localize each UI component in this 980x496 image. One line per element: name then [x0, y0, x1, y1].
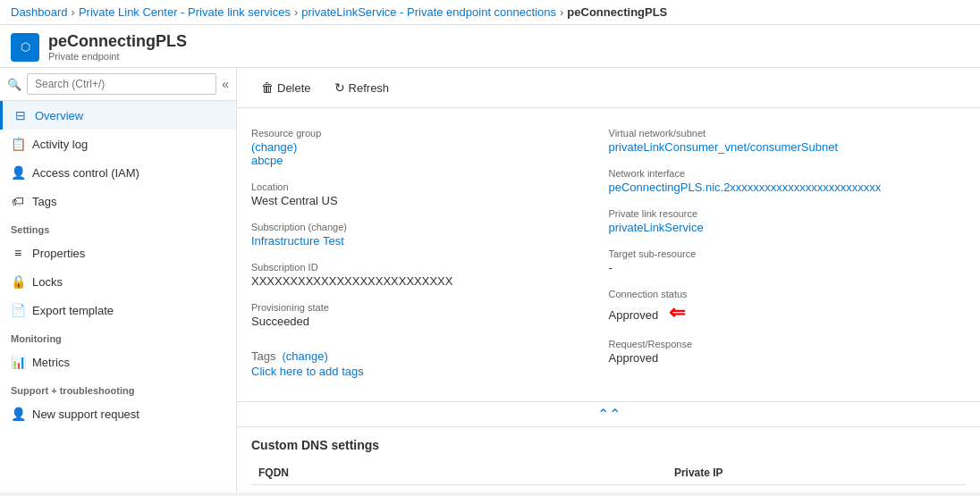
subscription-label: Subscription (change) — [251, 222, 595, 232]
resource-icon-symbol: ⬡ — [21, 40, 30, 54]
content-area: 🗑 Delete ↻ Refresh Resource group (chang… — [237, 68, 980, 492]
breadcrumb: Dashboard › Private Link Center - Privat… — [0, 0, 980, 25]
tags-change-link[interactable]: (change) — [283, 349, 328, 363]
breadcrumb-dashboard[interactable]: Dashboard — [11, 5, 68, 19]
sidebar-item-access-control-label: Access control (IAM) — [32, 166, 139, 180]
sidebar-item-properties[interactable]: ≡ Properties — [0, 239, 236, 267]
sidebar-item-metrics[interactable]: 📊 Metrics — [0, 348, 236, 376]
sidebar-item-locks-label: Locks — [32, 275, 63, 289]
refresh-button[interactable]: ↻ Refresh — [325, 75, 400, 100]
sidebar: 🔍 « ⊟ Overview 📋 Activity log 👤 Access c… — [0, 68, 237, 492]
resource-group-value: (change) abcpe — [251, 140, 595, 167]
sidebar-item-support-label: New support request — [32, 408, 139, 421]
nic-label: Network interface — [609, 168, 952, 179]
toolbar: 🗑 Delete ↻ Refresh — [237, 68, 980, 108]
private-ip-col-header: Private IP — [667, 461, 966, 485]
access-control-icon: 👤 — [11, 165, 25, 180]
sidebar-item-access-control[interactable]: 👤 Access control (IAM) — [0, 158, 236, 187]
detail-resource-group: Resource group (change) abcpe Location W… — [251, 122, 609, 387]
red-arrow-annotation: ⇐ — [669, 301, 685, 324]
tags-icon: 🏷 — [11, 194, 25, 208]
fqdn-col-header: FQDN — [251, 461, 667, 485]
locks-icon: 🔒 — [11, 274, 25, 289]
subscription-id-value: XXXXXXXXXXXXXXXXXXXXXXXXXX — [251, 274, 595, 288]
settings-section-title: Settings — [0, 215, 236, 239]
resource-group-label: Resource group — [251, 128, 595, 139]
plr-link[interactable]: privateLinkService — [609, 221, 704, 234]
search-icon: 🔍 — [7, 78, 21, 91]
location-label: Location — [251, 181, 595, 192]
sidebar-item-overview[interactable]: ⊟ Overview — [0, 101, 236, 130]
conn-status-value: Approved ⇐ — [609, 301, 952, 324]
sidebar-item-metrics-label: Metrics — [32, 356, 70, 369]
sidebar-item-tags-label: Tags — [32, 195, 56, 208]
sidebar-item-overview-label: Overview — [35, 109, 83, 122]
tags-label: Tags (change) — [251, 349, 595, 363]
collapse-section-button[interactable]: ⌃⌃ — [237, 401, 980, 427]
refresh-icon: ↻ — [334, 80, 345, 95]
breadcrumb-private-link[interactable]: Private Link Center - Private link servi… — [79, 5, 291, 19]
refresh-label: Refresh — [349, 81, 390, 95]
sidebar-item-tags[interactable]: 🏷 Tags — [0, 187, 236, 215]
fqdn-cell: Not applicable — [251, 485, 667, 493]
breadcrumb-current: peConnectingPLS — [567, 5, 667, 19]
provisioning-value: Succeeded — [251, 315, 595, 328]
private-ip-cell: 10.0.3.5 — [667, 485, 966, 493]
monitoring-section-title: Monitoring — [0, 324, 236, 348]
sidebar-item-export-template[interactable]: 📄 Export template — [0, 296, 236, 324]
support-section-title: Support + troubleshooting — [0, 376, 236, 399]
dns-section: Custom DNS settings FQDN Private IP Not … — [237, 427, 980, 492]
support-icon: 👤 — [11, 407, 25, 421]
collapse-sidebar-button[interactable]: « — [222, 77, 229, 91]
plr-value: privateLinkService — [609, 221, 952, 234]
subscription-link[interactable]: Infrastructure Test — [251, 234, 344, 248]
dns-section-title: Custom DNS settings — [251, 438, 966, 452]
search-box: 🔍 « — [0, 68, 236, 101]
target-label: Target sub-resource — [609, 248, 952, 259]
resource-title: peConnectingPLS Private endpoint — [48, 32, 187, 62]
subscription-value: Infrastructure Test — [251, 234, 595, 248]
vnet-value: privateLinkConsumer_vnet/consumerSubnet — [609, 140, 952, 154]
properties-icon: ≡ — [11, 246, 25, 260]
plr-label: Private link resource — [609, 208, 952, 219]
details-grid: Resource group (change) abcpe Location W… — [237, 108, 980, 401]
sidebar-item-export-label: Export template — [32, 304, 114, 317]
tags-value: Click here to add tags — [251, 365, 595, 378]
sidebar-item-properties-label: Properties — [32, 247, 85, 260]
sidebar-item-activity-log[interactable]: 📋 Activity log — [0, 130, 236, 158]
target-value: - — [609, 261, 952, 274]
detail-right-column: Virtual network/subnet privateLinkConsum… — [609, 122, 967, 387]
table-row: Not applicable10.0.3.5 — [251, 485, 966, 493]
req-resp-label: Request/Response — [609, 339, 952, 349]
provisioning-label: Provisioning state — [251, 302, 595, 313]
resource-name: peConnectingPLS — [48, 32, 187, 51]
metrics-icon: 📊 — [11, 355, 25, 369]
dns-table: FQDN Private IP Not applicable10.0.3.5 — [251, 461, 966, 492]
vnet-link[interactable]: privateLinkConsumer_vnet/consumerSubnet — [609, 140, 839, 154]
overview-icon: ⊟ — [13, 108, 28, 122]
dns-table-header-row: FQDN Private IP — [251, 461, 966, 485]
resource-header: ⬡ peConnectingPLS Private endpoint — [0, 25, 980, 68]
nic-value: peConnectingPLS.nic.2xxxxxxxxxxxxxxxxxxx… — [609, 181, 952, 194]
search-input[interactable] — [27, 73, 216, 95]
resource-group-change-link[interactable]: (change) — [251, 140, 297, 154]
req-resp-value: Approved — [609, 351, 952, 365]
main-layout: 🔍 « ⊟ Overview 📋 Activity log 👤 Access c… — [0, 68, 980, 492]
vnet-label: Virtual network/subnet — [609, 128, 952, 139]
resource-group-name-link[interactable]: abcpe — [251, 154, 283, 167]
resource-type: Private endpoint — [48, 51, 187, 62]
delete-button[interactable]: 🗑 Delete — [251, 75, 321, 100]
conn-status-label: Connection status — [609, 289, 952, 299]
resource-icon: ⬡ — [11, 33, 39, 62]
sidebar-item-locks[interactable]: 🔒 Locks — [0, 267, 236, 296]
location-value: West Central US — [251, 194, 595, 207]
tags-add-link[interactable]: Click here to add tags — [251, 365, 364, 378]
sidebar-item-activity-log-label: Activity log — [32, 138, 88, 151]
delete-icon: 🗑 — [261, 80, 274, 95]
subscription-id-label: Subscription ID — [251, 262, 595, 273]
nic-link[interactable]: peConnectingPLS.nic.2xxxxxxxxxxxxxxxxxxx… — [609, 181, 882, 194]
export-icon: 📄 — [11, 303, 25, 317]
sidebar-item-new-support[interactable]: 👤 New support request — [0, 399, 236, 428]
activity-log-icon: 📋 — [11, 137, 25, 151]
breadcrumb-private-endpoint[interactable]: privateLinkService - Private endpoint co… — [301, 5, 556, 19]
